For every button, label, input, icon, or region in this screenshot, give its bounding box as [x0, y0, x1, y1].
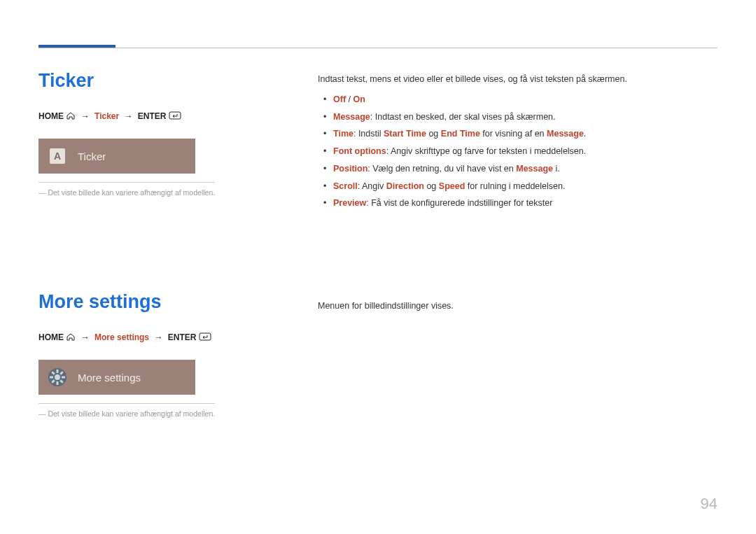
arrow-icon: →	[78, 332, 92, 342]
s2: og	[424, 181, 439, 191]
breadcrumb-mid: More settings	[94, 332, 149, 342]
more-settings-right-column: Menuen for billedindstillinger vises.	[318, 300, 710, 313]
arrow-icon: →	[78, 111, 92, 121]
svg-rect-1	[200, 333, 211, 340]
bullet-time: Time: Indstil Start Time og End Time for…	[318, 127, 710, 141]
p1: : Vælg den retning, du vil have vist en	[368, 164, 516, 174]
label-speed: Speed	[439, 181, 465, 191]
svg-rect-4	[57, 370, 59, 373]
s3: for rulning i meddelelsen.	[465, 181, 565, 191]
s1: : Angiv	[358, 181, 386, 191]
svg-rect-5	[57, 381, 59, 385]
text-message: : Indtast en besked, der skal vises på s…	[370, 112, 556, 122]
label-message-ref2: Message	[516, 164, 553, 174]
ticker-note: Det viste billede kan variere afhængigt …	[38, 188, 276, 197]
label-time: Time	[333, 129, 354, 139]
breadcrumb-home: HOME	[38, 111, 64, 121]
t1: : Indstil	[354, 129, 384, 139]
bullet-message: Message: Indtast en besked, der skal vis…	[318, 111, 710, 124]
gear-icon	[47, 367, 68, 388]
home-icon	[66, 112, 76, 122]
text-font: : Angiv skrifttype og farve for teksten …	[386, 146, 587, 156]
more-settings-heading: More settings	[38, 291, 276, 313]
breadcrumb-home: HOME	[38, 332, 64, 342]
p2: i.	[553, 164, 560, 174]
ticker-tile-label: Ticker	[78, 150, 106, 162]
label-direction: Direction	[386, 181, 424, 191]
t3: for visning af en	[480, 129, 547, 139]
enter-icon	[169, 111, 181, 122]
ticker-left-column: Ticker HOME → Ticker → ENTER A Ticker De…	[38, 70, 276, 197]
home-icon	[66, 333, 76, 343]
svg-rect-7	[62, 377, 65, 379]
label-on: On	[353, 94, 365, 104]
text-preview: : Få vist de konfigurerede indstillinger…	[366, 198, 552, 208]
divider	[38, 182, 215, 183]
more-settings-tile-label: More settings	[78, 372, 141, 384]
ticker-tile-icon: A	[47, 146, 68, 167]
label-message: Message	[333, 112, 370, 122]
more-settings-intro: Menuen for billedindstillinger vises.	[318, 300, 710, 313]
more-settings-breadcrumb: HOME → More settings → ENTER	[38, 332, 276, 343]
breadcrumb-enter: ENTER	[168, 332, 197, 342]
more-settings-tile-icon	[47, 367, 68, 388]
bullet-scroll: Scroll: Angiv Direction og Speed for rul…	[318, 180, 710, 193]
breadcrumb-enter: ENTER	[138, 111, 167, 121]
label-message-ref: Message	[547, 129, 584, 139]
label-font-options: Font options	[333, 146, 386, 156]
label-position: Position	[333, 164, 368, 174]
breadcrumb-mid: Ticker	[94, 111, 119, 121]
arrow-icon: →	[122, 111, 136, 121]
label-off: Off	[333, 94, 346, 104]
ticker-breadcrumb: HOME → Ticker → ENTER	[38, 111, 276, 122]
slash: /	[346, 94, 353, 104]
ticker-intro: Indtast tekst, mens et video eller et bi…	[318, 73, 710, 86]
bullet-font-options: Font options: Angiv skrifttype og farve …	[318, 145, 710, 158]
label-scroll: Scroll	[333, 181, 358, 191]
more-settings-tile: More settings	[38, 360, 195, 395]
page-number: 94	[701, 495, 718, 513]
ticker-heading: Ticker	[38, 70, 276, 92]
divider	[38, 403, 215, 404]
label-start-time: Start Time	[384, 129, 426, 139]
bullet-off-on: Off / On	[318, 93, 710, 106]
label-preview: Preview	[333, 198, 366, 208]
svg-rect-0	[169, 112, 181, 119]
more-settings-note: Det viste billede kan variere afhængigt …	[38, 409, 276, 418]
enter-icon	[199, 332, 211, 343]
t2: og	[426, 129, 441, 139]
letter-a-icon: A	[50, 148, 65, 164]
bullet-position: Position: Vælg den retning, du vil have …	[318, 162, 710, 176]
bullet-preview: Preview: Få vist de konfigurerede indsti…	[318, 197, 710, 210]
t4: .	[584, 129, 586, 139]
ticker-tile: A Ticker	[38, 139, 195, 174]
svg-rect-6	[50, 377, 53, 379]
header-rule	[38, 48, 718, 48]
label-end-time: End Time	[441, 129, 480, 139]
more-settings-left-column: More settings HOME → More settings → ENT…	[38, 291, 276, 418]
arrow-icon: →	[151, 332, 165, 342]
ticker-bullet-list: Off / On Message: Indtast en besked, der…	[318, 93, 710, 210]
ticker-right-column: Indtast tekst, mens et video eller et bi…	[318, 73, 710, 214]
svg-point-3	[55, 374, 60, 380]
